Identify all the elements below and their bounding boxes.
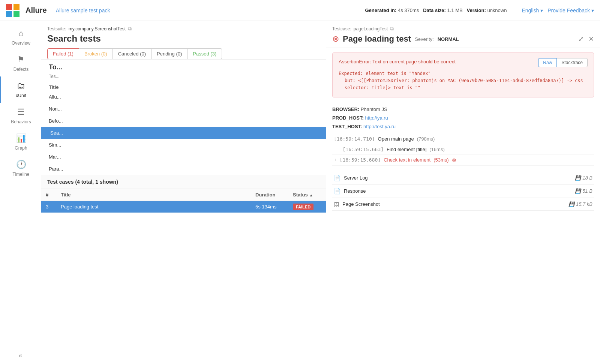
col-num: # xyxy=(41,189,56,201)
copy-testsuite-icon[interactable]: ⧉ xyxy=(128,25,132,32)
svg-rect-2 xyxy=(6,11,12,17)
section-allure[interactable]: Allu... xyxy=(47,91,320,103)
testcase-title: Page loading test xyxy=(343,34,411,44)
header-right: English ▾ Provide Feedback ▾ xyxy=(522,7,594,13)
floppy-icon-2: 💾 xyxy=(575,188,581,194)
error-detail: Expected: element text is "Yandex" but: … xyxy=(339,70,588,92)
xunit-icon: 🗂 xyxy=(17,81,25,91)
section-search[interactable]: Sea... xyxy=(41,127,326,139)
row-duration: 5s 134ms xyxy=(251,201,288,213)
sidebar-item-timeline[interactable]: 🕐 Timeline xyxy=(0,155,41,181)
app-title: Allure xyxy=(26,6,47,15)
filter-tab-broken[interactable]: Broken (0) xyxy=(79,48,113,59)
prod-host-link[interactable]: http://ya.ru xyxy=(365,115,388,121)
section-none[interactable]: Non... xyxy=(47,103,320,115)
response-icon: 📄 xyxy=(334,188,341,195)
error-box: AssertionError: Text on current page sho… xyxy=(332,52,594,97)
panel-title: Search tests xyxy=(47,33,320,44)
section-total-sub: Tes... xyxy=(47,73,320,82)
sidebar-item-overview[interactable]: ⌂ Overview xyxy=(0,24,41,50)
sidebar-label-timeline: Timeline xyxy=(13,172,30,177)
svg-rect-0 xyxy=(6,4,12,10)
severity-value: NORMAL xyxy=(438,36,459,42)
floppy-icon-3: 💾 xyxy=(568,201,574,207)
stacktrace-button[interactable]: Stacktrace xyxy=(557,58,588,67)
timeline-icon: 🕐 xyxy=(16,160,26,169)
sidebar-collapse-button[interactable]: « xyxy=(18,352,22,360)
section-simple[interactable]: Sim... xyxy=(47,139,320,151)
sidebar-item-defects[interactable]: ⚑ Defects xyxy=(0,50,41,76)
left-panel: Testsuite: my.company.ScreenshotTest ⧉ S… xyxy=(41,21,326,364)
filter-tab-pending[interactable]: Pending (0) xyxy=(152,48,188,59)
header-meta: Generated in: 4s 370ms Data size: 1.1 MB… xyxy=(365,7,507,13)
table-row[interactable]: 3 Page loading test 5s 134ms FAILED xyxy=(41,201,326,213)
graph-icon: 📊 xyxy=(16,133,26,143)
panel-header: Testsuite: my.company.ScreenshotTest ⧉ S… xyxy=(41,21,326,60)
screenshot-icon: 🖼 xyxy=(334,201,339,207)
step-error-icon: ⊗ xyxy=(452,157,456,163)
right-title-row: ⊗ Page loading test Severity: NORMAL ⤢ ✕ xyxy=(332,34,594,44)
defects-icon: ⚑ xyxy=(17,55,25,64)
top-header: Allure Allure sample test pack Generated… xyxy=(0,0,600,21)
sample-link[interactable]: Allure sample test pack xyxy=(56,7,110,13)
attachment-screenshot[interactable]: 🖼 Page Screenshot 💾 15.7 kB xyxy=(332,198,594,211)
sidebar-label-graph: Graph xyxy=(15,145,27,151)
section-marks[interactable]: Mar... xyxy=(47,151,320,163)
sidebar: ⌂ Overview ⚑ Defects 🗂 xUnit ☰ Behaviors… xyxy=(0,21,41,364)
sidebar-label-xunit: xUnit xyxy=(16,93,26,98)
sidebar-item-behaviors[interactable]: ☰ Behaviors xyxy=(0,103,41,129)
step-expand-icon[interactable]: + xyxy=(334,157,337,163)
floppy-icon: 💾 xyxy=(575,175,581,181)
col-status[interactable]: Status xyxy=(288,189,326,201)
right-panel: Testcase: pageLoadingTest ⧉ ⊗ Page loadi… xyxy=(326,21,600,364)
allure-logo xyxy=(6,4,20,17)
testcase-name: pageLoadingTest xyxy=(354,26,388,31)
close-icon[interactable]: ✕ xyxy=(588,35,594,43)
screenshot-label: Page Screenshot xyxy=(342,201,380,207)
testcase-label: Testcase: pageLoadingTest ⧉ xyxy=(332,25,594,32)
steps-section: [16:59:14.710] Open main page (798ms) [1… xyxy=(326,131,600,169)
content-area: Testsuite: my.company.ScreenshotTest ⧉ S… xyxy=(41,21,600,364)
sidebar-label-overview: Overview xyxy=(12,40,30,46)
attachment-server-log[interactable]: 📄 Server Log 💾 18 B xyxy=(332,172,594,185)
error-box-header: AssertionError: Text on current page sho… xyxy=(339,58,588,67)
server-log-icon: 📄 xyxy=(334,175,341,181)
sidebar-item-graph[interactable]: 📊 Graph xyxy=(0,129,41,155)
row-status: FAILED xyxy=(288,201,326,213)
attachment-response[interactable]: 📄 Response 💾 51 B xyxy=(332,185,594,198)
filter-tab-canceled[interactable]: Canceled (0) xyxy=(113,48,152,59)
sections-list: Allu... Non... Befo... Sea... Sim... Mar… xyxy=(41,91,326,175)
overview-icon: ⌂ xyxy=(18,28,23,38)
section-total[interactable]: To... xyxy=(47,60,320,73)
error-buttons: Raw Stacktrace xyxy=(538,58,588,67)
right-panel-header: Testcase: pageLoadingTest ⧉ ⊗ Page loadi… xyxy=(326,21,600,48)
error-message: AssertionError: Text on current page sho… xyxy=(339,58,456,66)
meta-test-host: TEST_HOST: http://test.ya.ru xyxy=(332,122,594,131)
expand-icon[interactable]: ⤢ xyxy=(578,35,584,43)
row-title: Page loading test xyxy=(56,201,251,213)
section-before[interactable]: Befo... xyxy=(47,115,320,127)
panel-sections: To... Tes... Title xyxy=(41,60,326,91)
section-param[interactable]: Para... xyxy=(47,163,320,175)
sidebar-item-xunit[interactable]: 🗂 xUnit xyxy=(0,76,41,103)
step-3[interactable]: + [16:59:15.680] Check text in element (… xyxy=(332,155,594,166)
raw-button[interactable]: Raw xyxy=(538,58,557,67)
filter-tabs: Failed (1) Broken (0) Canceled (0) Pendi… xyxy=(47,48,320,59)
testsuite-label: Testsuite: my.company.ScreenshotTest ⧉ xyxy=(47,25,320,32)
attachments-section: 📄 Server Log 💾 18 B 📄 Response 💾 xyxy=(326,169,600,217)
test-host-link[interactable]: http://test.ya.ru xyxy=(363,124,396,129)
test-table: # Title Duration Status 3 Page loading t… xyxy=(41,189,326,213)
language-button[interactable]: English ▾ xyxy=(522,7,543,13)
col-title[interactable]: Title xyxy=(56,189,251,201)
server-log-size: 💾 18 B xyxy=(575,175,592,181)
filter-tab-failed[interactable]: Failed (1) xyxy=(47,48,79,59)
filter-tab-passed[interactable]: Passed (3) xyxy=(188,48,222,59)
status-badge-failed: FAILED xyxy=(293,204,314,210)
error-status-icon: ⊗ xyxy=(332,34,339,44)
response-size: 💾 51 B xyxy=(575,188,592,194)
copy-testcase-icon[interactable]: ⧉ xyxy=(390,25,394,32)
feedback-button[interactable]: Provide Feedback ▾ xyxy=(548,7,594,13)
col-duration[interactable]: Duration xyxy=(251,189,288,201)
action-icons: ⤢ ✕ xyxy=(578,35,594,43)
test-cases-header: Test cases (4 total, 1 shown) xyxy=(41,175,326,189)
